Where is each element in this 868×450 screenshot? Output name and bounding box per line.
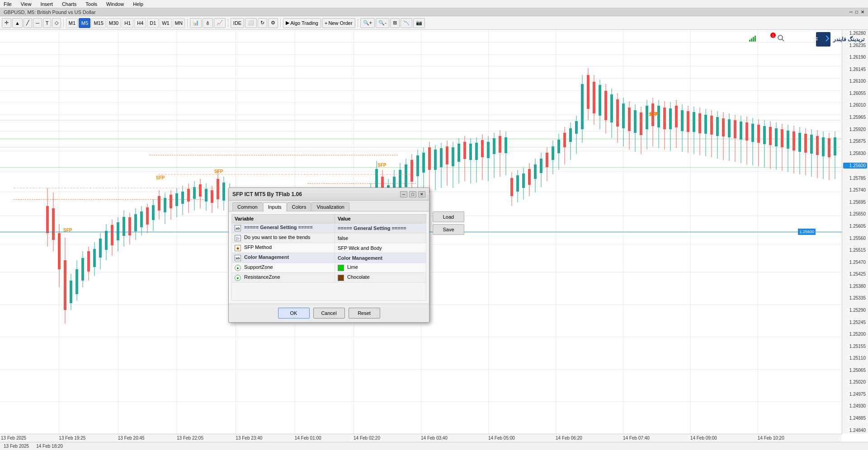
reset-button[interactable]: Reset xyxy=(349,308,380,319)
crosshair-tool[interactable]: ✛ xyxy=(2,18,11,28)
period-w1[interactable]: W1 xyxy=(160,18,172,28)
ok-button[interactable]: OK xyxy=(278,308,310,319)
tab-inputs[interactable]: Inputs xyxy=(263,202,287,211)
svg-rect-250 xyxy=(763,126,766,144)
dialog-body: Variable Value ab ===== General Setting … xyxy=(229,211,429,304)
shapes-tool[interactable]: ◇ xyxy=(52,18,61,28)
save-button[interactable]: Save xyxy=(433,224,464,235)
period-m5[interactable]: M5 xyxy=(79,18,90,28)
cancel-button[interactable]: Cancel xyxy=(313,308,345,319)
col-value: Value xyxy=(335,215,426,223)
menu-tools[interactable]: Tools xyxy=(84,1,99,7)
refresh-button[interactable]: ↻ xyxy=(258,18,267,28)
grid-button[interactable]: ⊞ xyxy=(390,18,400,28)
period-m30[interactable]: M30 xyxy=(107,18,121,28)
price-level: 1.24930 xyxy=(843,403,867,408)
menu-help[interactable]: Help xyxy=(131,1,145,7)
svg-rect-236 xyxy=(722,118,725,136)
svg-rect-268 xyxy=(816,136,819,155)
period-mn[interactable]: MN xyxy=(173,18,185,28)
price-level: 1.24840 xyxy=(843,428,867,433)
menu-window[interactable]: Window xyxy=(104,1,126,7)
zoom-out-button[interactable]: 🔍- xyxy=(376,18,389,28)
settings-button[interactable]: ⚙ xyxy=(268,18,278,28)
menu-view[interactable]: View xyxy=(19,1,33,7)
algo-trading-button[interactable]: ▶ Algo Trading xyxy=(283,18,321,28)
signal-indicator xyxy=(749,35,756,42)
svg-rect-40 xyxy=(146,207,149,225)
text-tool[interactable]: T xyxy=(43,18,52,28)
hline-tool[interactable]: ─ xyxy=(33,18,42,28)
dialog-close-button[interactable]: ✕ xyxy=(418,191,425,197)
svg-rect-200 xyxy=(616,99,619,127)
chart-area[interactable]: تریدینگ فایندر TF 1 xyxy=(0,30,868,442)
new-order-button[interactable]: + New Order xyxy=(322,18,355,28)
svg-rect-128 xyxy=(405,164,407,187)
period-m1[interactable]: M1 xyxy=(66,18,78,28)
search-icon[interactable] xyxy=(777,34,784,43)
svg-rect-230 xyxy=(704,115,707,134)
table-row: ● SupportZone Lime xyxy=(232,263,426,273)
val-cell[interactable]: SFP Wick and Body xyxy=(335,243,426,253)
svg-rect-140 xyxy=(440,148,443,167)
menu-insert[interactable]: Insert xyxy=(38,1,55,7)
svg-rect-50 xyxy=(175,193,178,206)
chart-type-line[interactable]: 📈 xyxy=(214,18,226,28)
svg-text:TF: TF xyxy=(816,36,818,43)
var-icon-diamond: ◆ xyxy=(235,245,241,251)
color-swatch-resistance xyxy=(338,275,344,281)
zoom-in-button[interactable]: 🔍+ xyxy=(360,18,375,28)
menu-charts[interactable]: Charts xyxy=(60,1,78,7)
svg-rect-264 xyxy=(804,134,807,153)
svg-rect-168 xyxy=(522,173,525,188)
ide-button[interactable]: IDE xyxy=(231,18,244,28)
price-level: 1.25830 xyxy=(843,151,867,156)
table-row: ● ResistanceZone Chocolate xyxy=(232,273,426,283)
period-d1[interactable]: D1 xyxy=(147,18,159,28)
screenshot-button[interactable]: 📷 xyxy=(413,18,425,28)
dialog-tabs: Common Inputs Colors Visualization xyxy=(229,201,429,211)
close-button[interactable]: ✕ xyxy=(861,9,864,14)
tab-visualization[interactable]: Visualization xyxy=(311,202,349,211)
tab-colors[interactable]: Colors xyxy=(287,202,311,211)
title-bar-left: GBPUSD, M5: British Pound vs US Dollar xyxy=(4,9,96,15)
svg-rect-58 xyxy=(199,184,202,197)
period-h1[interactable]: H1 xyxy=(122,18,133,28)
window-controls: ─ □ ✕ xyxy=(849,9,864,14)
maximize-button[interactable]: □ xyxy=(855,9,858,14)
line-tool[interactable]: ╱ xyxy=(24,18,32,28)
val-cell-support[interactable]: Lime xyxy=(335,263,426,273)
tab-common[interactable]: Common xyxy=(232,202,263,211)
svg-rect-48 xyxy=(170,195,172,208)
var-cell: ab Color Management xyxy=(232,253,335,263)
notification-bell-icon[interactable]: 1 xyxy=(0,34,773,43)
price-level: 1.25245 xyxy=(843,320,867,325)
svg-rect-238 xyxy=(728,119,731,137)
dialog-maximize-button[interactable]: □ xyxy=(409,191,416,197)
menu-file[interactable]: File xyxy=(2,1,14,7)
dialog-minimize-button[interactable]: ─ xyxy=(400,191,407,197)
chart-type-candle[interactable]: 🕯 xyxy=(203,18,213,28)
price-level: 1.25470 xyxy=(843,260,867,265)
objects-button[interactable]: ⬜ xyxy=(245,18,257,28)
svg-rect-10 xyxy=(58,233,61,269)
price-level: 1.25380 xyxy=(843,284,867,289)
val-cell[interactable]: false xyxy=(335,233,426,243)
time-label: 14 Feb 01:00 xyxy=(295,436,321,441)
svg-rect-180 xyxy=(557,140,560,153)
svg-rect-54 xyxy=(187,189,190,202)
load-button[interactable]: Load xyxy=(433,211,464,222)
period-h4[interactable]: H4 xyxy=(134,18,146,28)
cursor-tool[interactable]: ▲ xyxy=(12,18,23,28)
price-level: 1.25875 xyxy=(843,139,867,144)
chart-type-bar[interactable]: 📊 xyxy=(190,18,202,28)
indicators-button[interactable]: 📉 xyxy=(401,18,412,28)
svg-rect-204 xyxy=(628,108,631,131)
period-m15[interactable]: M15 xyxy=(91,18,105,28)
svg-rect-192 xyxy=(593,82,595,113)
minimize-button[interactable]: ─ xyxy=(849,9,853,14)
svg-rect-18 xyxy=(81,258,84,281)
svg-rect-186 xyxy=(575,121,578,134)
svg-rect-190 xyxy=(587,75,590,109)
val-cell-resistance[interactable]: Chocolate xyxy=(335,273,426,283)
